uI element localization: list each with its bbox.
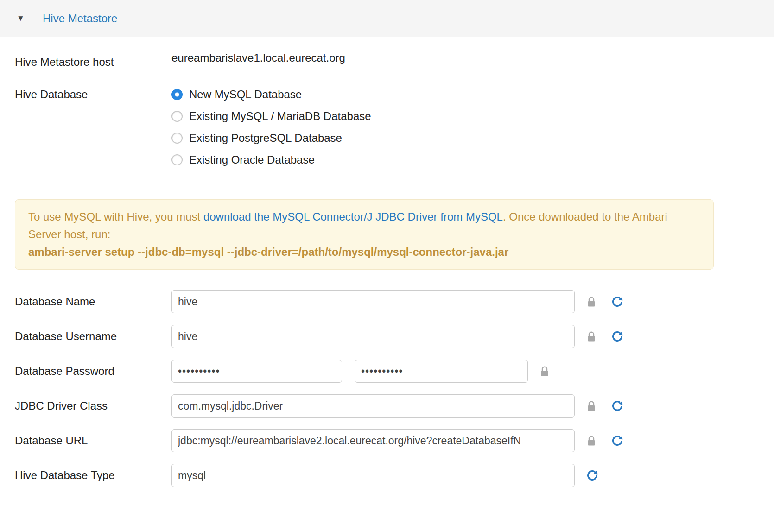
undo-button[interactable] [612,435,623,446]
radio-button-icon[interactable] [171,111,183,122]
undo-button[interactable] [587,470,598,481]
database-name-input[interactable] [171,290,575,313]
hive-database-label: Hive Database [15,83,171,105]
section-header: ▼ Hive Metastore [0,0,774,37]
radio-existing-mysql-mariadb-database[interactable]: Existing MySQL / MariaDB Database [171,105,371,127]
database-url-input[interactable] [171,429,575,452]
lock-icon [587,331,596,342]
database-url-row: Database URL [15,429,774,452]
section-body: Hive Metastore host eureambarislave1.loc… [0,55,774,487]
config-fields: Database Name Database Username Database… [15,290,774,487]
radio-new-mysql-database[interactable]: New MySQL Database [171,83,371,105]
jdbc-driver-class-input[interactable] [171,394,575,418]
hive-database-radio-group: New MySQL Database Existing MySQL / Mari… [171,83,371,171]
database-password-row: Database Password [15,360,774,383]
lock-icon [587,401,596,412]
radio-existing-oracle-database[interactable]: Existing Oracle Database [171,149,371,171]
hive-database-type-input[interactable] [171,464,575,487]
database-name-row: Database Name [15,290,774,313]
undo-button[interactable] [612,331,623,342]
database-username-row: Database Username [15,325,774,348]
database-password-confirm-input[interactable] [355,360,528,383]
warning-text-before: To use MySQL with Hive, you must [28,210,203,223]
collapse-caret-icon[interactable]: ▼ [17,14,43,23]
lock-icon [587,297,596,307]
section-title[interactable]: Hive Metastore [43,12,117,25]
database-password-input[interactable] [171,360,342,383]
radio-label: Existing Oracle Database [189,153,315,166]
radio-label: Existing PostgreSQL Database [189,132,342,145]
database-username-input[interactable] [171,325,575,348]
field-label: Hive Database Type [15,469,171,482]
mysql-connector-warning: To use MySQL with Hive, you must downloa… [15,199,714,270]
lock-icon [587,436,596,446]
metastore-host-row: Hive Metastore host eureambarislave1.loc… [15,55,774,70]
hive-database-type-row: Hive Database Type [15,464,774,487]
mysql-connector-download-link[interactable]: download the MySQL Connector/J JDBC Driv… [203,210,503,223]
hive-database-row: Hive Database New MySQL Database Existin… [15,83,774,171]
radio-button-icon[interactable] [171,154,183,165]
radio-button-icon[interactable] [171,89,183,100]
field-label: JDBC Driver Class [15,399,171,412]
undo-button[interactable] [612,400,623,412]
undo-button[interactable] [612,296,623,307]
warning-command: ambari-server setup --jdbc-db=mysql --jd… [28,243,700,261]
jdbc-driver-class-row: JDBC Driver Class [15,394,774,418]
radio-label: Existing MySQL / MariaDB Database [189,110,371,123]
lock-icon [540,366,549,377]
field-label: Database URL [15,434,171,447]
metastore-host-value: eureambarislave1.local.eurecat.org [171,51,345,65]
metastore-host-label: Hive Metastore host [15,55,171,70]
field-label: Database Password [15,365,171,378]
radio-existing-postgresql-database[interactable]: Existing PostgreSQL Database [171,127,371,149]
field-label: Database Username [15,330,171,343]
radio-label: New MySQL Database [189,88,302,101]
field-label: Database Name [15,295,171,308]
radio-button-icon[interactable] [171,133,183,144]
